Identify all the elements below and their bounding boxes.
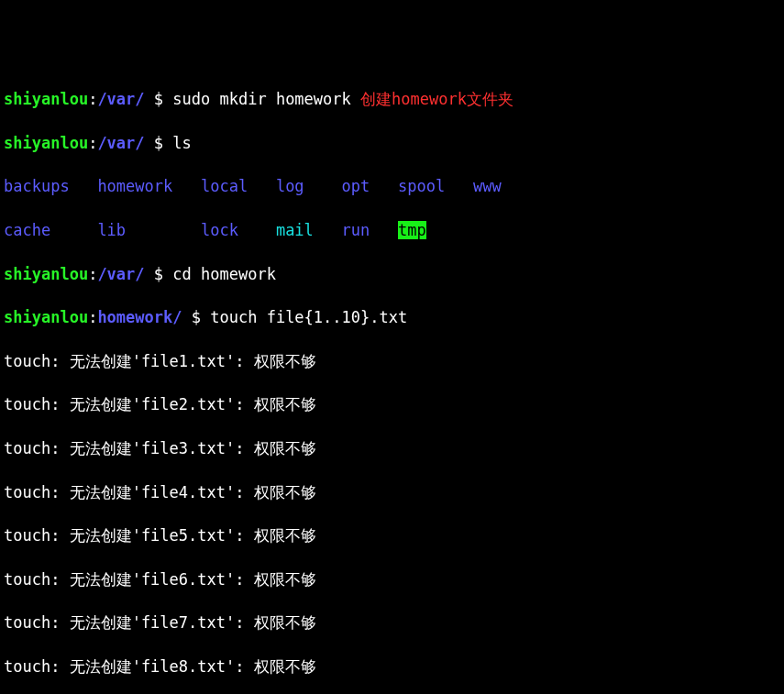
error-output: touch: 无法创建'file5.txt': 权限不够 bbox=[4, 525, 780, 547]
prompt-path: homework/ bbox=[97, 308, 182, 326]
prompt-user: shiyanlou bbox=[4, 308, 88, 326]
prompt-symbol: $ bbox=[154, 90, 163, 108]
command: ls bbox=[172, 134, 191, 152]
prompt-line[interactable]: shiyanlou:/var/ $ ls bbox=[4, 133, 780, 155]
error-output: touch: 无法创建'file1.txt': 权限不够 bbox=[4, 351, 780, 373]
prompt-symbol: $ bbox=[154, 134, 163, 152]
prompt-symbol: $ bbox=[192, 308, 201, 326]
error-output: touch: 无法创建'file4.txt': 权限不够 bbox=[4, 482, 780, 504]
prompt-path: /var/ bbox=[97, 265, 144, 283]
prompt-user: shiyanlou bbox=[4, 90, 88, 108]
prompt-user: shiyanlou bbox=[4, 265, 88, 283]
command: touch file{1..10}.txt bbox=[210, 308, 407, 326]
error-output: touch: 无法创建'file8.txt': 权限不够 bbox=[4, 656, 780, 678]
error-output: touch: 无法创建'file7.txt': 权限不够 bbox=[4, 612, 780, 634]
error-output: touch: 无法创建'file2.txt': 权限不够 bbox=[4, 394, 780, 416]
ls-output: backups homework local log opt spool www bbox=[4, 176, 780, 198]
prompt-user: shiyanlou bbox=[4, 134, 88, 152]
prompt-symbol: $ bbox=[154, 265, 163, 283]
prompt-path: /var/ bbox=[97, 134, 144, 152]
prompt-line[interactable]: shiyanlou:/var/ $ cd homework bbox=[4, 264, 780, 286]
prompt-line[interactable]: shiyanlou:/var/ $ sudo mkdir homework 创建… bbox=[4, 89, 780, 111]
command: cd homework bbox=[172, 265, 276, 283]
ls-output: cache lib lock mail run tmp bbox=[4, 220, 780, 242]
prompt-line[interactable]: shiyanlou:homework/ $ touch file{1..10}.… bbox=[4, 307, 780, 329]
highlighted-dir: tmp bbox=[398, 221, 426, 239]
error-output: touch: 无法创建'file3.txt': 权限不够 bbox=[4, 438, 780, 460]
error-output: touch: 无法创建'file6.txt': 权限不够 bbox=[4, 569, 780, 591]
annotation: 创建homework文件夹 bbox=[351, 90, 513, 108]
prompt-path: /var/ bbox=[97, 90, 144, 108]
command: sudo mkdir homework bbox=[172, 90, 350, 108]
